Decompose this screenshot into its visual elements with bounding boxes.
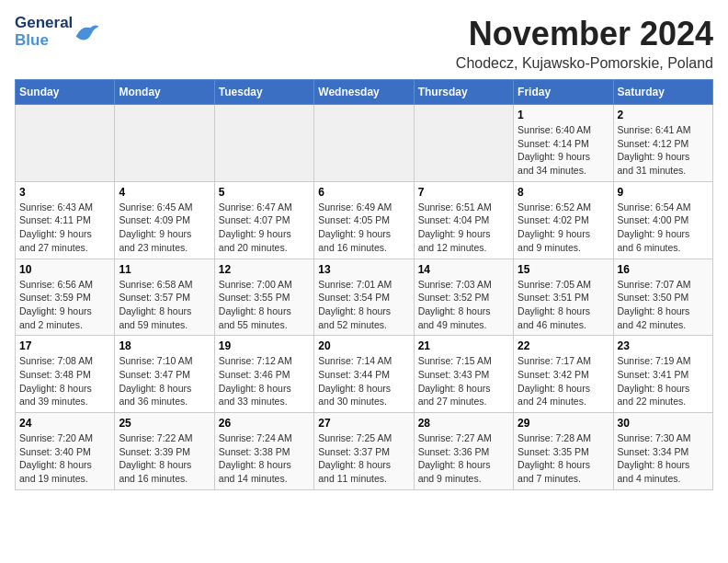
day-info: Sunrise: 7:27 AM Sunset: 3:36 PM Dayligh… <box>418 431 509 486</box>
calendar-week-row: 24Sunrise: 7:20 AM Sunset: 3:40 PM Dayli… <box>16 413 713 490</box>
day-info: Sunrise: 6:52 AM Sunset: 4:02 PM Dayligh… <box>518 201 609 255</box>
day-info: Sunrise: 6:51 AM Sunset: 4:04 PM Dayligh… <box>418 201 509 255</box>
day-number: 22 <box>518 339 609 352</box>
calendar-cell <box>214 105 313 182</box>
weekday-label: Sunday <box>16 80 115 105</box>
calendar-cell: 27Sunrise: 7:25 AM Sunset: 3:37 PM Dayli… <box>314 413 414 490</box>
calendar-cell: 24Sunrise: 7:20 AM Sunset: 3:40 PM Dayli… <box>16 413 115 490</box>
calendar-cell: 28Sunrise: 7:27 AM Sunset: 3:36 PM Dayli… <box>414 413 513 490</box>
weekday-label: Friday <box>514 80 613 105</box>
day-info: Sunrise: 6:56 AM Sunset: 3:59 PM Dayligh… <box>19 278 110 332</box>
day-info: Sunrise: 7:17 AM Sunset: 3:42 PM Dayligh… <box>518 354 609 408</box>
calendar-cell <box>115 105 214 182</box>
day-number: 13 <box>318 263 409 276</box>
calendar-cell: 26Sunrise: 7:24 AM Sunset: 3:38 PM Dayli… <box>214 413 313 490</box>
day-number: 24 <box>19 417 110 430</box>
calendar-cell: 6Sunrise: 6:49 AM Sunset: 4:05 PM Daylig… <box>314 181 414 259</box>
day-info: Sunrise: 6:40 AM Sunset: 4:14 PM Dayligh… <box>518 123 609 178</box>
day-info: Sunrise: 6:45 AM Sunset: 4:09 PM Dayligh… <box>119 201 210 255</box>
day-number: 4 <box>119 186 210 199</box>
day-info: Sunrise: 7:10 AM Sunset: 3:47 PM Dayligh… <box>119 354 210 408</box>
calendar-week-row: 1Sunrise: 6:40 AM Sunset: 4:14 PM Daylig… <box>16 105 713 182</box>
weekday-label: Tuesday <box>214 80 313 105</box>
day-number: 1 <box>518 109 609 121</box>
calendar-cell: 3Sunrise: 6:43 AM Sunset: 4:11 PM Daylig… <box>16 181 115 259</box>
day-number: 26 <box>219 417 310 430</box>
calendar-cell <box>16 105 115 182</box>
title-block: November 2024 Chodecz, Kujawsko-Pomorski… <box>456 15 713 72</box>
day-number: 20 <box>318 339 409 352</box>
day-info: Sunrise: 6:58 AM Sunset: 3:57 PM Dayligh… <box>119 278 210 332</box>
calendar-cell: 29Sunrise: 7:28 AM Sunset: 3:35 PM Dayli… <box>514 413 613 490</box>
logo-general: General <box>15 15 73 32</box>
day-info: Sunrise: 7:25 AM Sunset: 3:37 PM Dayligh… <box>318 431 409 486</box>
calendar-cell <box>414 105 513 182</box>
calendar-cell: 23Sunrise: 7:19 AM Sunset: 3:41 PM Dayli… <box>613 336 712 413</box>
day-number: 27 <box>318 417 409 430</box>
month-title: November 2024 <box>456 15 713 53</box>
day-number: 19 <box>219 339 310 352</box>
calendar-cell: 22Sunrise: 7:17 AM Sunset: 3:42 PM Dayli… <box>514 336 613 413</box>
calendar-cell: 8Sunrise: 6:52 AM Sunset: 4:02 PM Daylig… <box>514 181 613 259</box>
calendar-week-row: 3Sunrise: 6:43 AM Sunset: 4:11 PM Daylig… <box>16 181 713 259</box>
logo-bird-icon <box>74 22 100 42</box>
calendar-cell <box>314 105 414 182</box>
day-info: Sunrise: 7:24 AM Sunset: 3:38 PM Dayligh… <box>219 431 310 486</box>
day-number: 2 <box>618 109 709 121</box>
weekday-label: Saturday <box>613 80 712 105</box>
calendar-cell: 1Sunrise: 6:40 AM Sunset: 4:14 PM Daylig… <box>514 105 613 182</box>
calendar-cell: 13Sunrise: 7:01 AM Sunset: 3:54 PM Dayli… <box>314 259 414 336</box>
day-info: Sunrise: 7:03 AM Sunset: 3:52 PM Dayligh… <box>418 278 509 332</box>
day-number: 28 <box>418 417 509 430</box>
day-info: Sunrise: 7:19 AM Sunset: 3:41 PM Dayligh… <box>618 354 709 408</box>
day-number: 12 <box>219 263 310 276</box>
day-info: Sunrise: 7:01 AM Sunset: 3:54 PM Dayligh… <box>318 278 409 332</box>
calendar-cell: 16Sunrise: 7:07 AM Sunset: 3:50 PM Dayli… <box>613 259 712 336</box>
calendar-cell: 17Sunrise: 7:08 AM Sunset: 3:48 PM Dayli… <box>16 336 115 413</box>
day-info: Sunrise: 6:41 AM Sunset: 4:12 PM Dayligh… <box>618 123 709 178</box>
calendar-week-row: 10Sunrise: 6:56 AM Sunset: 3:59 PM Dayli… <box>16 259 713 336</box>
day-info: Sunrise: 7:00 AM Sunset: 3:55 PM Dayligh… <box>219 278 310 332</box>
day-number: 3 <box>19 186 110 199</box>
day-number: 23 <box>618 339 709 352</box>
calendar-cell: 25Sunrise: 7:22 AM Sunset: 3:39 PM Dayli… <box>115 413 214 490</box>
day-number: 15 <box>518 263 609 276</box>
day-number: 8 <box>518 186 609 199</box>
calendar-cell: 7Sunrise: 6:51 AM Sunset: 4:04 PM Daylig… <box>414 181 513 259</box>
calendar-cell: 18Sunrise: 7:10 AM Sunset: 3:47 PM Dayli… <box>115 336 214 413</box>
day-info: Sunrise: 6:47 AM Sunset: 4:07 PM Dayligh… <box>219 201 310 255</box>
day-info: Sunrise: 6:43 AM Sunset: 4:11 PM Dayligh… <box>19 201 110 255</box>
day-info: Sunrise: 7:20 AM Sunset: 3:40 PM Dayligh… <box>19 431 110 486</box>
day-info: Sunrise: 7:22 AM Sunset: 3:39 PM Dayligh… <box>119 431 210 486</box>
day-number: 29 <box>518 417 609 430</box>
weekday-label: Thursday <box>414 80 513 105</box>
location: Chodecz, Kujawsko-Pomorskie, Poland <box>456 55 713 72</box>
calendar-cell: 2Sunrise: 6:41 AM Sunset: 4:12 PM Daylig… <box>613 105 712 182</box>
day-number: 5 <box>219 186 310 199</box>
day-number: 21 <box>418 339 509 352</box>
day-info: Sunrise: 7:12 AM Sunset: 3:46 PM Dayligh… <box>219 354 310 408</box>
calendar-cell: 5Sunrise: 6:47 AM Sunset: 4:07 PM Daylig… <box>214 181 313 259</box>
day-number: 18 <box>119 339 210 352</box>
calendar-cell: 14Sunrise: 7:03 AM Sunset: 3:52 PM Dayli… <box>414 259 513 336</box>
calendar-cell: 12Sunrise: 7:00 AM Sunset: 3:55 PM Dayli… <box>214 259 313 336</box>
calendar-cell: 30Sunrise: 7:30 AM Sunset: 3:34 PM Dayli… <box>613 413 712 490</box>
calendar-cell: 15Sunrise: 7:05 AM Sunset: 3:51 PM Dayli… <box>514 259 613 336</box>
calendar-cell: 21Sunrise: 7:15 AM Sunset: 3:43 PM Dayli… <box>414 336 513 413</box>
calendar-cell: 19Sunrise: 7:12 AM Sunset: 3:46 PM Dayli… <box>214 336 313 413</box>
day-number: 25 <box>119 417 210 430</box>
day-info: Sunrise: 7:08 AM Sunset: 3:48 PM Dayligh… <box>19 354 110 408</box>
calendar-body: 1Sunrise: 6:40 AM Sunset: 4:14 PM Daylig… <box>16 105 713 490</box>
day-number: 16 <box>618 263 709 276</box>
page-header: General Blue November 2024 Chodecz, Kuja… <box>15 15 713 72</box>
calendar-cell: 10Sunrise: 6:56 AM Sunset: 3:59 PM Dayli… <box>16 259 115 336</box>
calendar-cell: 9Sunrise: 6:54 AM Sunset: 4:00 PM Daylig… <box>613 181 712 259</box>
day-number: 11 <box>119 263 210 276</box>
calendar-week-row: 17Sunrise: 7:08 AM Sunset: 3:48 PM Dayli… <box>16 336 713 413</box>
calendar-cell: 4Sunrise: 6:45 AM Sunset: 4:09 PM Daylig… <box>115 181 214 259</box>
day-info: Sunrise: 6:54 AM Sunset: 4:00 PM Dayligh… <box>618 201 709 255</box>
logo: General Blue <box>15 15 100 49</box>
day-number: 30 <box>618 417 709 430</box>
day-info: Sunrise: 7:15 AM Sunset: 3:43 PM Dayligh… <box>418 354 509 408</box>
day-number: 14 <box>418 263 509 276</box>
